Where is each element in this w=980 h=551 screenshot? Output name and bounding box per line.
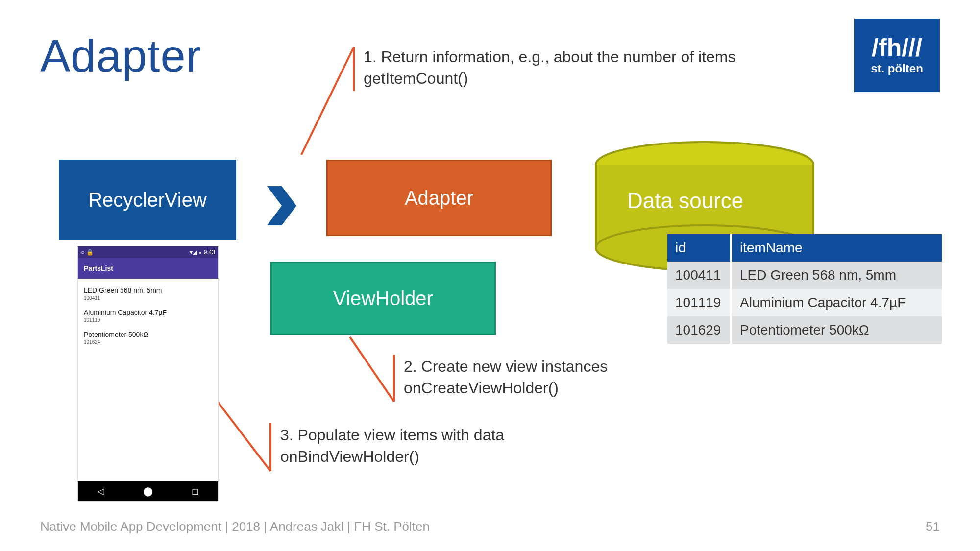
logo-fh: /fh/// st. pölten xyxy=(854,19,940,92)
annotation-1-line1: 1. Return information, e.g., about the n… xyxy=(364,46,736,68)
block-adapter: Adapter xyxy=(326,160,552,236)
annotation-2-line1: 2. Create new view instances xyxy=(404,356,608,377)
list-item-id: 101624 xyxy=(84,339,212,345)
annotation-1: 1. Return information, e.g., about the n… xyxy=(364,46,736,89)
svg-marker-0 xyxy=(267,186,296,225)
svg-line-6 xyxy=(350,337,394,402)
nav-back-icon: ◁ xyxy=(98,486,104,497)
footer-text: Native Mobile App Development | 2018 | A… xyxy=(40,519,430,534)
list-item-name: LED Green 568 nm, 5mm xyxy=(84,287,212,294)
th-itemname: itemName xyxy=(731,234,942,262)
list-item: Aluminium Capacitor 4.7µF 101119 xyxy=(82,305,214,327)
logo-line2: st. pölten xyxy=(871,62,923,75)
annotation-3: 3. Populate view items with data onBindV… xyxy=(280,424,504,467)
td-id: 101119 xyxy=(667,289,731,316)
svg-point-1 xyxy=(596,142,813,187)
callout-line-1 xyxy=(301,47,354,155)
list-item-id: 101119 xyxy=(84,317,212,323)
annotation-3-line2: onBindViewHolder() xyxy=(280,446,504,467)
table-row: 101629 Potentiometer 500kΩ xyxy=(667,316,942,344)
svg-line-4 xyxy=(301,47,354,155)
td-name: Potentiometer 500kΩ xyxy=(731,316,942,344)
list-item-name: Aluminium Capacitor 4.7µF xyxy=(84,309,212,316)
nav-recent-icon: ◻ xyxy=(192,486,199,497)
annotation-3-line1: 3. Populate view items with data xyxy=(280,424,504,446)
phone-status-bar: ○ 🔒 ▾◢ ⬧ 9:43 xyxy=(78,246,218,258)
slide-title: Adapter xyxy=(40,30,201,82)
td-id: 100411 xyxy=(667,262,731,289)
phone-status-right: ▾◢ ⬧ 9:43 xyxy=(190,249,215,256)
table-header-row: id itemName xyxy=(667,234,942,262)
page-number: 51 xyxy=(926,519,940,534)
nav-home-icon: ⬤ xyxy=(143,486,153,497)
td-id: 101629 xyxy=(667,316,731,344)
annotation-2: 2. Create new view instances onCreateVie… xyxy=(404,356,608,399)
phone-mockup: ○ 🔒 ▾◢ ⬧ 9:43 PartsList LED Green 568 nm… xyxy=(77,246,219,502)
logo-line1: /fh/// xyxy=(872,35,922,60)
block-recyclerview: RecyclerView xyxy=(59,160,236,240)
chevron-right-icon xyxy=(267,186,306,225)
block-viewholder: ViewHolder xyxy=(270,262,496,335)
table-row: 100411 LED Green 568 nm, 5mm xyxy=(667,262,942,289)
list-item: LED Green 568 nm, 5mm 100411 xyxy=(82,283,214,305)
label-datasource: Data source xyxy=(627,189,743,213)
td-name: Aluminium Capacitor 4.7µF xyxy=(731,289,942,316)
annotation-2-line2: onCreateViewHolder() xyxy=(404,377,608,399)
svg-line-8 xyxy=(218,402,270,471)
phone-status-left: ○ 🔒 xyxy=(81,249,94,256)
data-table: id itemName 100411 LED Green 568 nm, 5mm… xyxy=(667,234,942,344)
callout-line-2 xyxy=(350,337,394,402)
phone-body: LED Green 568 nm, 5mm 100411 Aluminium C… xyxy=(78,279,218,481)
list-item: Potentiometer 500kΩ 101624 xyxy=(82,327,214,349)
callout-line-3 xyxy=(218,402,270,471)
phone-nav-bar: ◁ ⬤ ◻ xyxy=(78,481,218,501)
th-id: id xyxy=(667,234,731,262)
annotation-1-line2: getItemCount() xyxy=(364,68,736,89)
phone-appbar: PartsList xyxy=(78,258,218,279)
td-name: LED Green 568 nm, 5mm xyxy=(731,262,942,289)
table-row: 101119 Aluminium Capacitor 4.7µF xyxy=(667,289,942,316)
list-item-id: 100411 xyxy=(84,295,212,301)
list-item-name: Potentiometer 500kΩ xyxy=(84,331,212,338)
